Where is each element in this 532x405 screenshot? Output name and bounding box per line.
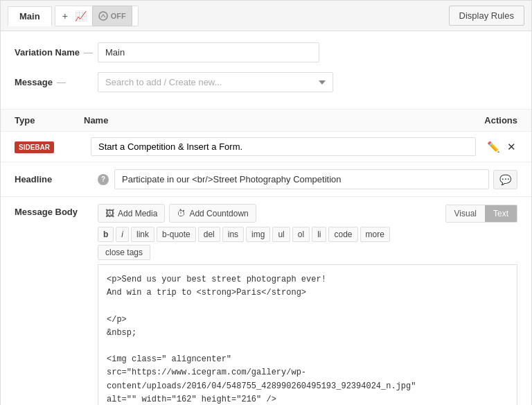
- svg-point-0: [99, 12, 107, 20]
- code-editor[interactable]: <p>Send us your best street photograph e…: [98, 264, 517, 405]
- bquote-button[interactable]: b-quote: [157, 227, 196, 242]
- code-button[interactable]: code: [328, 227, 357, 242]
- editor-toolbar-top: 🖼 Add Media ⏱ Add Countdown Visual Text: [98, 204, 517, 223]
- link-button[interactable]: link: [131, 227, 154, 242]
- bold-button[interactable]: b: [98, 227, 114, 242]
- sidebar-badge-cell: SIDEBAR: [15, 141, 84, 152]
- add-media-icon: 🖼: [105, 208, 114, 218]
- tab-icons-group[interactable]: + 📈 OFF: [55, 6, 139, 26]
- col-actions-header: Actions: [476, 115, 517, 126]
- toggle-button[interactable]: OFF: [92, 6, 132, 26]
- countdown-icon: ⏱: [177, 208, 186, 218]
- speech-icon: 💬: [499, 174, 511, 185]
- close-tags-bar: close tags: [98, 245, 517, 260]
- headline-row: Headline ? 💬: [1, 162, 531, 197]
- message-body-row: Message Body 🖼 Add Media ⏱ Add Countdown…: [1, 197, 531, 405]
- editor-buttons: 🖼 Add Media ⏱ Add Countdown: [98, 204, 256, 223]
- view-toggle: Visual Text: [445, 205, 517, 223]
- tab-main[interactable]: Main: [8, 6, 52, 26]
- variation-name-dash: —: [84, 47, 93, 58]
- ol-button[interactable]: ol: [292, 227, 310, 242]
- visual-view-button[interactable]: Visual: [446, 205, 485, 222]
- chart-icon[interactable]: 📈: [73, 10, 88, 21]
- edit-icon[interactable]: ✏️: [486, 139, 502, 155]
- message-body-label: Message Body: [15, 204, 98, 405]
- message-select[interactable]: Search to add / Create new...: [98, 72, 333, 92]
- speech-icon-button[interactable]: 💬: [493, 170, 517, 189]
- row-name-input[interactable]: [91, 137, 476, 156]
- add-countdown-label: Add Countdown: [189, 209, 248, 218]
- delete-icon[interactable]: ✕: [506, 139, 517, 155]
- flask-icon: [98, 11, 108, 21]
- ul-button[interactable]: ul: [272, 227, 290, 242]
- ins-button[interactable]: ins: [222, 227, 244, 242]
- more-button[interactable]: more: [360, 227, 390, 242]
- close-tags-button[interactable]: close tags: [98, 245, 150, 260]
- sidebar-badge: SIDEBAR: [15, 141, 54, 153]
- table-header: Type Name Actions: [1, 109, 531, 132]
- li-button[interactable]: li: [312, 227, 326, 242]
- add-tab-icon[interactable]: +: [61, 10, 69, 21]
- editor-area: 🖼 Add Media ⏱ Add Countdown Visual Text …: [98, 204, 517, 405]
- tab-bar: Main + 📈 OFF Display Rules: [1, 1, 531, 31]
- text-view-button[interactable]: Text: [485, 205, 517, 222]
- headline-help-icon[interactable]: ?: [98, 174, 109, 185]
- formatting-bar: b i link b-quote del ins img ul ol li co…: [98, 227, 517, 242]
- table-row: SIDEBAR ✏️ ✕: [1, 132, 531, 162]
- variation-name-label: Variation Name —: [15, 47, 98, 58]
- img-button[interactable]: img: [246, 227, 270, 242]
- headline-label: Headline: [15, 174, 98, 184]
- tab-bar-left: Main + 📈 OFF: [8, 6, 139, 26]
- message-label: Message —: [15, 77, 98, 87]
- display-rules-button[interactable]: Display Rules: [449, 6, 524, 26]
- variation-name-row: Variation Name —: [15, 42, 517, 62]
- message-row: Message — Search to add / Create new...: [15, 72, 517, 92]
- action-icons: ✏️ ✕: [476, 139, 517, 155]
- variation-name-input[interactable]: [98, 42, 319, 62]
- form-area: Variation Name — Message — Search to add…: [1, 31, 531, 109]
- col-type-header: Type: [15, 115, 84, 126]
- italic-button[interactable]: i: [116, 227, 129, 242]
- add-media-label: Add Media: [118, 209, 157, 218]
- message-dash: —: [57, 77, 66, 87]
- headline-input[interactable]: [114, 169, 489, 189]
- col-name-header: Name: [84, 115, 476, 126]
- add-media-button[interactable]: 🖼 Add Media: [98, 204, 165, 223]
- toggle-label: OFF: [111, 12, 126, 20]
- add-countdown-button[interactable]: ⏱ Add Countdown: [169, 204, 256, 223]
- del-button[interactable]: del: [198, 227, 220, 242]
